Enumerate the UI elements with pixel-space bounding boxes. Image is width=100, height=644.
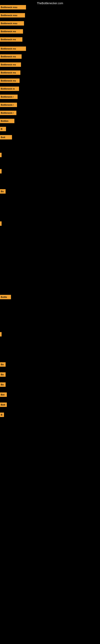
bottleneck-bar: Bott [0, 402, 7, 407]
bottleneck-bar: Bot [0, 392, 7, 397]
bottleneck-bar: Bott [0, 135, 12, 140]
bottleneck-bar: Bottleneck resu [0, 13, 25, 18]
bottleneck-bar: Bottleneck resu [0, 5, 26, 10]
bottleneck-bar: Bottleneck r [0, 103, 17, 107]
bottleneck-bar: Bottleneck re [0, 86, 19, 91]
bottleneck-bar: Bottleneck res [0, 54, 22, 59]
bottleneck-bar: Bottleneck res [0, 46, 26, 51]
bottleneck-bar: Bo [0, 362, 6, 367]
bottleneck-bar: Bottleneck res [0, 29, 23, 34]
bottleneck-bar [0, 222, 1, 226]
bottleneck-bar [0, 153, 1, 157]
bottleneck-bar [0, 169, 1, 174]
bottleneck-bar: Bottleneck res [0, 78, 20, 83]
bottleneck-bar [0, 332, 1, 336]
bottleneck-bar: Bottle [0, 295, 11, 299]
bottleneck-bar: Bo [0, 372, 6, 377]
bottleneck-bar: Bottleneck resu [0, 21, 24, 26]
bottleneck-bar: Bottleneck r [0, 94, 18, 99]
bottleneck-bar: Bottleneck res [0, 37, 22, 42]
bottleneck-bar: B [0, 412, 4, 417]
bottleneck-bar: Bo [0, 189, 6, 194]
bottleneck-bar: Bottleneck res [0, 70, 20, 75]
bottleneck-bar: Bottleneck r [0, 111, 16, 115]
bottleneck-bar: Bottleneck res [0, 62, 21, 67]
bottleneck-bar: Bo [0, 382, 6, 387]
bottleneck-bar: Bottlen [0, 119, 14, 123]
bottleneck-bar: B [0, 127, 6, 131]
